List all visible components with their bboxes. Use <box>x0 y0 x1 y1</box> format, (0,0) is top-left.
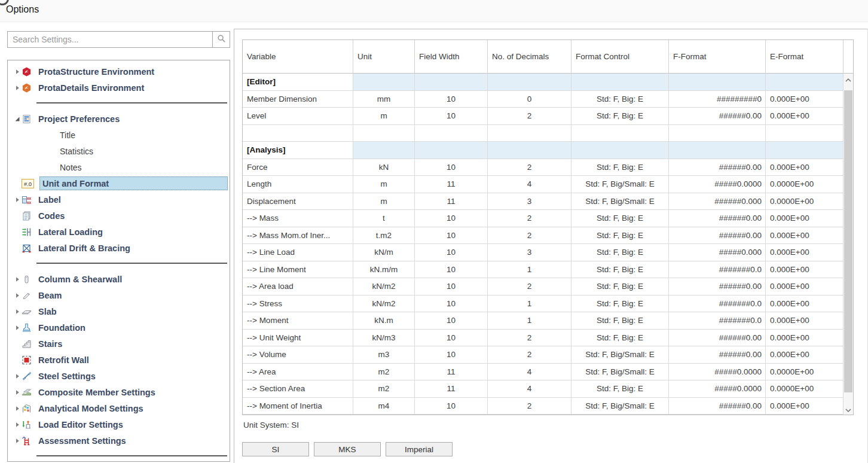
cell-e-format[interactable]: 0.000E+00 <box>766 296 843 313</box>
table-row[interactable]: Levelm102Std: F, Big: E######0.000.000E+… <box>243 108 843 125</box>
sidebar-item-notes[interactable]: Notes <box>8 159 230 175</box>
cell-e-format[interactable]: 0.000E+00 <box>766 330 843 347</box>
cell-decimals[interactable]: 4 <box>488 364 571 381</box>
sidebar-item-protadetails-environment[interactable]: ProtaDetails Environment <box>8 80 230 96</box>
cell-f-format[interactable] <box>669 125 766 142</box>
cell-field-width[interactable]: 10 <box>415 108 488 125</box>
table-row[interactable]: --> MomentkN.m101Std: F, Big: E#######0.… <box>243 312 843 330</box>
cell-field-width[interactable]: 11 <box>415 193 488 211</box>
chevron-collapsed-icon[interactable] <box>13 84 22 91</box>
cell-decimals[interactable]: 2 <box>488 398 571 415</box>
cell-format-control[interactable]: Std: F, Big/Small: E <box>571 176 669 193</box>
cell-variable[interactable]: [Analysis] <box>243 142 353 159</box>
chevron-expanded-icon[interactable] <box>13 115 22 122</box>
cell-format-control[interactable]: Std: F, Big/Small: E <box>571 398 669 415</box>
cell-variable[interactable]: Level <box>243 108 353 125</box>
cell-variable[interactable]: --> Area <box>243 364 353 381</box>
cell-f-format[interactable]: ######0.00 <box>669 108 766 125</box>
sidebar-item-beam[interactable]: Beam <box>8 287 230 303</box>
cell-decimals[interactable]: 3 <box>488 193 571 211</box>
cell-variable[interactable]: --> Stress <box>243 296 353 313</box>
table-row[interactable]: Displacementm113Std: F, Big/Small: E####… <box>243 193 843 211</box>
cell-e-format[interactable]: 0.000E+00 <box>766 278 843 296</box>
table-row[interactable]: --> Aream2114Std: F, Big/Small: E#####0.… <box>243 364 843 381</box>
chevron-collapsed-icon[interactable] <box>13 389 22 395</box>
cell-decimals[interactable]: 2 <box>488 330 571 347</box>
cell-format-control[interactable]: Std: F, Big: E <box>571 210 669 227</box>
unit-system-mks-button[interactable]: MKS <box>314 442 381 456</box>
cell-decimals[interactable]: 2 <box>488 210 571 227</box>
column-header-unit[interactable]: Unit <box>353 40 415 74</box>
cell-field-width[interactable]: 10 <box>415 159 488 176</box>
cell-e-format[interactable]: 0.000E+00 <box>766 108 843 125</box>
cell-variable[interactable]: Displacement <box>243 193 353 211</box>
cell-format-control[interactable]: Std: F, Big: E <box>571 330 669 347</box>
cell-f-format[interactable]: ######0.00 <box>669 330 766 347</box>
sidebar-item-lateral-drift-bracing[interactable]: Lateral Drift & Bracing <box>8 240 230 256</box>
cell-variable[interactable]: --> Line Load <box>243 244 353 261</box>
cell-e-format[interactable]: 0.0000E+00 <box>766 176 843 193</box>
cell-decimals[interactable]: 4 <box>488 380 571 398</box>
cell-field-width[interactable] <box>415 125 488 142</box>
cell-unit[interactable]: kN/m <box>353 244 415 261</box>
chevron-collapsed-icon[interactable] <box>13 68 22 75</box>
cell-unit[interactable]: m4 <box>353 398 415 415</box>
cell-unit[interactable]: m <box>353 176 415 193</box>
cell-field-width[interactable]: 10 <box>415 398 488 415</box>
table-row[interactable]: --> Area loadkN/m2102Std: F, Big: E#####… <box>243 278 843 296</box>
cell-f-format[interactable]: #####0.000 <box>669 244 766 261</box>
cell-field-width[interactable] <box>415 142 488 159</box>
table-empty-row[interactable] <box>243 125 843 142</box>
cell-decimals[interactable]: 2 <box>488 159 571 176</box>
table-row[interactable]: --> StresskN/m2101Std: F, Big: E#######0… <box>243 296 843 313</box>
sidebar-item-foundation[interactable]: Foundation <box>8 319 230 336</box>
cell-variable[interactable]: --> Mass <box>243 210 353 227</box>
unit-system-imperial-button[interactable]: Imperial <box>386 442 453 456</box>
cell-decimals[interactable] <box>488 142 571 159</box>
scroll-up-button[interactable] <box>843 74 853 84</box>
cell-variable[interactable]: Member Dimension <box>243 91 353 108</box>
cell-f-format[interactable]: ######0.00 <box>669 159 766 176</box>
cell-field-width[interactable]: 10 <box>415 346 488 364</box>
cell-decimals[interactable]: 1 <box>488 312 571 330</box>
cell-variable[interactable]: --> Unit Weight <box>243 330 353 347</box>
cell-f-format[interactable]: ######0.00 <box>669 346 766 364</box>
cell-f-format[interactable]: #######0.0 <box>669 296 766 313</box>
column-header-f-format[interactable]: F-Format <box>669 40 766 74</box>
chevron-collapsed-icon[interactable] <box>13 292 22 298</box>
table-scrollbar[interactable] <box>843 74 853 415</box>
cell-format-control[interactable]: Std: F, Big: E <box>571 261 669 279</box>
cell-field-width[interactable]: 10 <box>415 261 488 279</box>
cell-field-width[interactable] <box>415 74 488 91</box>
cell-decimals[interactable]: 2 <box>488 278 571 296</box>
cell-e-format[interactable]: 0.000E+00 <box>766 312 843 330</box>
table-row[interactable]: ForcekN102Std: F, Big: E######0.000.000E… <box>243 159 843 176</box>
cell-decimals[interactable]: 2 <box>488 227 571 245</box>
cell-unit[interactable]: kN/m3 <box>353 330 415 347</box>
cell-unit[interactable]: m <box>353 193 415 211</box>
sidebar-item-codes[interactable]: Codes <box>8 208 230 224</box>
chevron-collapsed-icon[interactable] <box>13 405 22 412</box>
column-header-format-control[interactable]: Format Control <box>571 40 669 74</box>
search-button[interactable] <box>212 32 230 47</box>
cell-e-format[interactable]: 0.0000E+00 <box>766 364 843 381</box>
table-row[interactable]: --> Mass Mom.of Iner...t.m2102Std: F, Bi… <box>243 227 843 245</box>
sidebar-item-load-editor-settings[interactable]: Load Editor Settings <box>8 416 230 432</box>
column-header-e-format[interactable]: E-Format <box>766 40 843 74</box>
cell-variable[interactable]: Length <box>243 176 353 193</box>
cell-e-format[interactable]: 0.000E+00 <box>766 210 843 227</box>
cell-format-control[interactable]: Std: F, Big: E <box>571 244 669 261</box>
cell-e-format[interactable]: 0.000E+00 <box>766 261 843 279</box>
cell-e-format[interactable]: 0.000E+00 <box>766 91 843 108</box>
cell-unit[interactable]: m2 <box>353 364 415 381</box>
cell-unit[interactable] <box>353 125 415 142</box>
cell-format-control[interactable]: Std: F, Big: E <box>571 296 669 313</box>
cell-format-control[interactable]: Std: F, Big: E <box>571 159 669 176</box>
cell-decimals[interactable] <box>488 125 571 142</box>
chevron-collapsed-icon[interactable] <box>13 276 22 282</box>
column-header-no-of-decimals[interactable]: No. of Decimals <box>488 40 571 74</box>
cell-f-format[interactable]: ######0.000 <box>669 193 766 211</box>
cell-e-format[interactable] <box>766 125 843 142</box>
cell-variable[interactable]: [Editor] <box>243 74 353 91</box>
cell-format-control[interactable]: Std: F, Big: E <box>571 312 669 330</box>
